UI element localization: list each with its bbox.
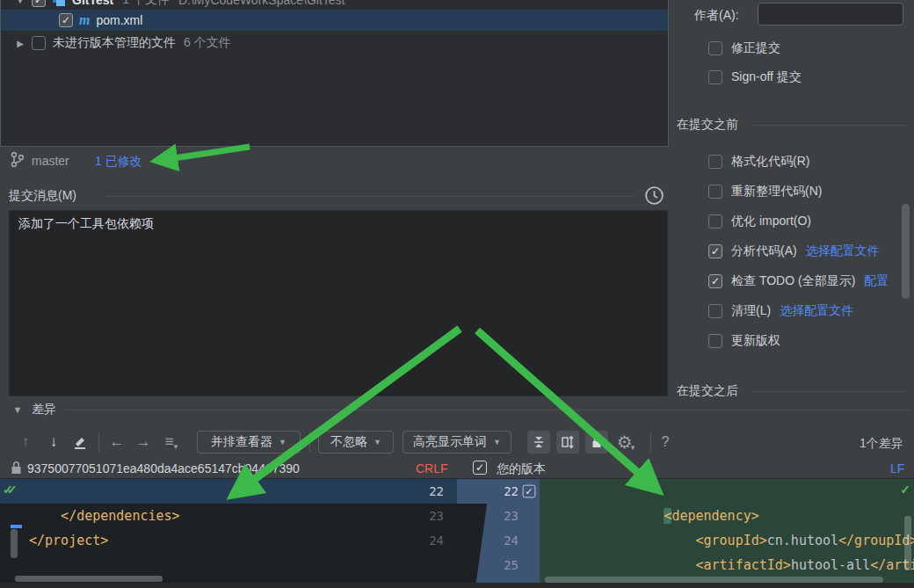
back-icon[interactable]: ← — [105, 431, 128, 454]
right-encoding-badge[interactable]: LF — [890, 461, 904, 475]
jump-to-source-icon[interactable] — [69, 431, 91, 454]
left-encoding-badge[interactable]: CRLF — [416, 461, 448, 475]
left-line-number: 24 — [409, 528, 444, 553]
author-input[interactable] — [758, 3, 903, 25]
diff-right-pane[interactable]: <dependency> <groupId>cn.hutool</groupId… — [540, 479, 914, 588]
pom-checkbox[interactable]: ✓ — [59, 13, 73, 27]
left-selected-line — [0, 479, 457, 504]
diff-right-gutter: 22 ✓ 23 24 25 26 — [490, 479, 540, 588]
option-label: 重新整理代码(N) — [731, 184, 822, 200]
right-vertical-scrollbar[interactable] — [904, 516, 911, 570]
option-row-check-todo[interactable]: ✓ 检查 TODO (全部显示) 配置 — [708, 273, 889, 289]
unversioned-count: 6 个文件 — [184, 35, 231, 51]
unversioned-checkbox[interactable]: ✓ — [32, 36, 46, 50]
left-line-number: 22 — [409, 479, 444, 504]
left-horizontal-scrollbar[interactable] — [15, 576, 163, 582]
option-label: 检查 TODO (全部显示) — [731, 273, 855, 289]
right-line-number: 25 — [483, 553, 519, 577]
commit-message-label: 提交消息(M) — [9, 188, 76, 204]
diff-left-pane[interactable]: ✓✓ </dependencies> </project> 22 23 24 — [0, 479, 457, 588]
changelist-name: GitTest — [72, 0, 113, 7]
align-changes-lock-icon[interactable] — [585, 431, 608, 454]
diff-count: 1个差异 — [860, 436, 903, 452]
diff-header: 差异 — [32, 402, 56, 417]
tree-row-unversioned[interactable]: ▶ ✓ 未进行版本管理的文件 6 个文件 — [1, 33, 668, 54]
option-row-format[interactable]: ✓ 格式化代码(R) — [708, 154, 809, 170]
editor-settings-gear-icon[interactable]: ⚙▾ — [615, 431, 638, 454]
change-line-checkbox[interactable]: ✓ — [523, 485, 536, 498]
option-row-cleanup[interactable]: ✓ 清理(L) 选择配置文件 — [708, 303, 853, 319]
arrow-to-modified-link — [162, 147, 250, 160]
right-line-number: 24 — [483, 528, 519, 553]
left-stripe-mark — [11, 525, 22, 528]
bottom-edge — [0, 583, 914, 588]
chevron-right-icon[interactable]: ▶ — [15, 39, 25, 48]
option-row-analyze[interactable]: ✓ 分析代码(A) 选择配置文件 — [708, 243, 880, 259]
diff-editors: ✓✓ </dependencies> </project> 22 23 24 2… — [0, 479, 914, 588]
right-horizontal-scrollbar[interactable] — [545, 577, 883, 583]
option-row-update-copyright[interactable]: ✓ 更新版权 — [708, 333, 780, 349]
next-change-icon[interactable]: ↓ — [42, 431, 65, 454]
analyze-checkbox[interactable]: ✓ — [708, 244, 722, 258]
amend-checkbox[interactable]: ✓ — [708, 41, 722, 55]
whitespace-value: 不忽略 — [330, 434, 367, 450]
browse-changes-menu-icon[interactable]: ≡▾ — [160, 431, 183, 454]
option-label: 分析代码(A) — [731, 243, 797, 259]
sync-scroll-icon[interactable] — [556, 431, 579, 454]
commit-tool-window: ▼ ✓ GitTest 1 个文件 D:\MyCodeWorkSpace\Git… — [0, 0, 914, 588]
viewer-mode-dropdown[interactable]: 并排查看器 ▼ — [197, 431, 301, 454]
unversioned-label: 未进行版本管理的文件 — [53, 35, 176, 51]
cleanup-checkbox[interactable]: ✓ — [708, 304, 722, 318]
modified-files-link[interactable]: 1 已修改 — [95, 154, 142, 170]
cleanup-profile-link[interactable]: 选择配置文件 — [780, 303, 853, 319]
toolbar-separator — [650, 432, 651, 452]
option-row-optimize-imports[interactable]: ✓ 优化 import(O) — [708, 214, 811, 229]
right-line-number: 22 — [483, 479, 519, 504]
include-change-checkbox[interactable]: ✓ — [473, 461, 487, 475]
chevron-down-icon: ▼ — [374, 438, 381, 446]
chevron-down-icon: ▼ — [279, 438, 287, 446]
option-label: 更新版权 — [731, 333, 780, 349]
format-checkbox[interactable]: ✓ — [708, 155, 722, 169]
help-icon[interactable]: ? — [654, 431, 677, 454]
branch-name[interactable]: master — [32, 154, 69, 168]
option-label: 清理(L) — [731, 303, 771, 319]
changelist-file-count: 1 个文件 — [122, 0, 170, 8]
option-row-rearrange[interactable]: ✓ 重新整理代码(N) — [708, 184, 822, 200]
after-commit-header: 在提交之后 — [677, 383, 738, 399]
check-todo-checkbox[interactable]: ✓ — [708, 274, 722, 288]
update-copyright-checkbox[interactable]: ✓ — [708, 334, 722, 348]
option-label: 格式化代码(R) — [731, 154, 809, 170]
message-history-icon[interactable] — [644, 185, 664, 206]
forward-icon[interactable]: → — [132, 431, 155, 454]
options-scrollbar-thumb[interactable] — [902, 204, 910, 299]
diff-collapse-chevron-icon[interactable]: ▼ — [12, 404, 23, 415]
optimize-imports-checkbox[interactable]: ✓ — [708, 214, 722, 229]
git-branch-icon — [11, 151, 25, 168]
applied-double-check-icon: ✓✓ — [3, 483, 11, 497]
commit-message-divider — [105, 196, 635, 197]
viewer-mode-value: 并排查看器 — [211, 434, 272, 450]
todo-configure-link[interactable]: 配置 — [864, 273, 889, 289]
collapse-unchanged-icon[interactable] — [527, 431, 550, 454]
signoff-checkbox[interactable]: ✓ — [708, 70, 722, 84]
right-code-line-22: <dependency> — [569, 479, 759, 504]
file-name: pom.xml — [96, 13, 142, 27]
changelist-path: D:\MyCodeWorkSpace\GitTest — [178, 0, 345, 7]
whitespace-dropdown[interactable]: 不忽略 ▼ — [318, 431, 394, 454]
amend-commit-row[interactable]: ✓ 修正提交 — [708, 40, 780, 56]
highlight-mode-value: 高亮显示单词 — [413, 434, 487, 450]
analyze-profile-link[interactable]: 选择配置文件 — [806, 243, 880, 259]
commit-message-input[interactable]: 添加了一个工具包依赖项 — [9, 210, 668, 396]
signoff-commit-row[interactable]: ✓ Sign-off 提交 — [708, 69, 802, 85]
author-label: 作者(A): — [694, 8, 739, 24]
changelist-checkbox[interactable]: ✓ — [32, 0, 46, 7]
rearrange-checkbox[interactable]: ✓ — [708, 185, 722, 199]
prev-change-icon[interactable]: ↑ — [14, 431, 37, 454]
amend-label: 修正提交 — [731, 40, 780, 56]
chevron-down-icon[interactable]: ▼ — [15, 0, 25, 5]
tree-row-pom-xml[interactable]: ✓ m pom.xml — [1, 10, 668, 31]
right-code-line-25: <version>5.8.15</version> — [569, 553, 894, 577]
left-vertical-scrollbar[interactable] — [11, 529, 18, 558]
highlight-mode-dropdown[interactable]: 高亮显示单词 ▼ — [403, 431, 511, 454]
